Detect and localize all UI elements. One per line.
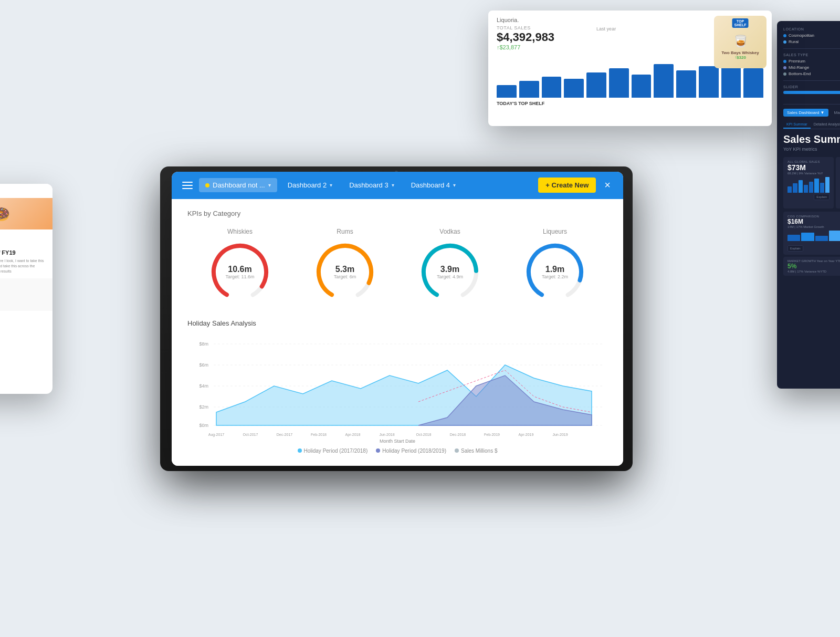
marketing-web-tab[interactable]: Marketing & Web ▼ — [831, 109, 840, 117]
gauge-target-2: Target: 4.9m — [437, 274, 463, 279]
gauge-value-1: 5.3m — [334, 264, 356, 274]
kpi-cards-row: ALL GLOBAL SALES $73M 68.2M | 9% Varianc… — [783, 157, 840, 208]
svg-text:Feb-2018: Feb-2018 — [311, 433, 327, 436]
social-image: 🍩 — [0, 198, 52, 229]
svg-text:$0m: $0m — [199, 423, 208, 428]
gauge-3: 1.9m Target: 2.2m — [523, 241, 586, 304]
slider-label: SLIDER — [783, 85, 840, 89]
location-label: LOCATION — [783, 27, 840, 31]
social-title: I look back at half FY19 — [0, 249, 48, 256]
legend-dot-1 — [298, 448, 302, 453]
social-body: #back on ▲36 • 🔥 99 I look back at half … — [0, 229, 52, 278]
slider[interactable] — [783, 91, 840, 94]
main-laptop-screen: Dashboard not ... ▾ Dashboard 2 ▾ Dashbo… — [172, 172, 623, 466]
sales-change: ↑$23,877 — [497, 44, 554, 50]
gauge-target-3: Target: 2.2m — [542, 274, 568, 279]
svg-text:Dec-2018: Dec-2018 — [450, 433, 466, 436]
svg-text:Feb-2019: Feb-2019 — [484, 433, 500, 436]
sales-bottomend: Bottom-End $121,864.09 — [783, 71, 840, 76]
chart-legend: Holiday Period (2017/2018) Holiday Perio… — [187, 448, 607, 454]
sales-midrange: Mid-Range $65,772.23 — [783, 65, 840, 70]
today-label: TODAY'S TOP SHELF — [497, 101, 763, 106]
tab-dashboard-2[interactable]: Dashboard 2 ▾ — [281, 178, 339, 192]
social-feed-card: ← back on ★ 💬↗ 🍩 #back on ▲36 • 🔥 99 I l… — [0, 184, 52, 394]
chart-title: Holiday Sales Analysis — [187, 319, 607, 327]
kpi-global-sales: ALL GLOBAL SALES $73M 68.2M | 9% Varianc… — [783, 157, 834, 208]
sales-premium: Premium $187,321 ↑$23,879 — [783, 59, 840, 64]
product-change: ↑$320 — [721, 55, 759, 60]
svg-text:Apr-2018: Apr-2018 — [345, 433, 361, 437]
gauge-value-0: 10.6m — [225, 264, 254, 274]
gauge-0: 10.6m Target: 11.6m — [208, 241, 271, 304]
whiskey-product: TOP SHELF 🥃 Two Bays Whiskey ↑$320 — [714, 16, 766, 68]
svg-text:$4m: $4m — [199, 383, 208, 389]
create-new-button[interactable]: + Create New — [538, 177, 596, 193]
svg-text:Aug-2017: Aug-2017 — [208, 433, 224, 437]
kpi-summary-tab[interactable]: KPI Summar — [783, 121, 811, 129]
kpi-name-1: Rums — [337, 228, 353, 235]
kpi-name-0: Whiskies — [227, 228, 253, 235]
kpi-item-liqueurs: Liqueurs 1.9m Target: 2.2m — [523, 228, 586, 304]
tab2-label: Dashboard 2 — [288, 181, 327, 189]
svg-text:Dec-2017: Dec-2017 — [277, 433, 292, 436]
legend-dot-2 — [376, 448, 380, 453]
cog-comparison: COG COMPARISON $16M 14M | 17% Market Gro… — [783, 212, 840, 255]
svg-text:Oct-2017: Oct-2017 — [243, 433, 258, 436]
whiskey-badge: TOP SHELF — [732, 18, 749, 28]
sales-type-label: SALES TYPE — [783, 53, 840, 57]
kpi-section-title: KPIs by Category — [187, 210, 607, 217]
tab-dashboard-4[interactable]: Dashboard 4 ▾ — [405, 178, 462, 192]
cog-chart — [788, 231, 840, 241]
dark-tabs: Sales Dashboard ▼ Marketing & Web ▼ — [783, 109, 840, 117]
explain-btn-1[interactable]: Explain — [814, 194, 830, 200]
sales-summary-title: Sales Summary — [783, 133, 840, 145]
tab-dot — [205, 183, 209, 187]
kpi-sales-indicator: ALL SALES INDICATOR $48M 51.3M | 13.5% V… — [836, 157, 840, 208]
kpi-name-3: Liqueurs — [543, 228, 567, 235]
svg-text:$2m: $2m — [199, 404, 208, 410]
close-button[interactable]: × — [600, 177, 615, 193]
legend-item-2: Holiday Period (2018/2019) — [376, 448, 446, 454]
gauge-2: 3.9m Target: 4.9m — [418, 241, 481, 304]
tab2-chevron: ▾ — [330, 182, 332, 188]
social-text: What a year it has been. Before I look, … — [0, 258, 48, 274]
tab-dashboard-not[interactable]: Dashboard not ... ▾ — [199, 178, 277, 192]
sales-amount: $4,392,983 — [497, 30, 554, 44]
sales-dashboard-tab[interactable]: Sales Dashboard ▼ — [783, 109, 828, 117]
hamburger-menu[interactable] — [180, 180, 195, 191]
legend-label-3: Sales Millions $ — [461, 448, 497, 454]
explain-btn-4[interactable]: Explain — [788, 245, 803, 252]
svg-text:$8m: $8m — [199, 341, 208, 347]
tab4-chevron: ▾ — [453, 182, 456, 188]
kpi-item-vodkas: Vodkas 3.9m Target: 4.9m — [418, 228, 481, 304]
location-rural: Rural $78,772 -$12 — [783, 39, 840, 44]
last-year-label: Last year — [596, 26, 616, 32]
svg-text:Jun-2019: Jun-2019 — [552, 433, 568, 436]
social-chart — [0, 278, 52, 311]
svg-text:Apr-2019: Apr-2019 — [519, 433, 534, 437]
main-content: KPIs by Category Whiskies 10.6m Target: … — [172, 199, 623, 466]
gauge-center-1: 5.3m Target: 6m — [334, 264, 356, 279]
detailed-analysis-tab[interactable]: Detailed Analysis — [811, 121, 840, 129]
legend-item-3: Sales Millions $ — [455, 448, 497, 454]
social-tags: #back on — [0, 234, 48, 237]
location-cosmopolitan: Cosmopolitan $234,957 ↑$23,877 — [783, 33, 840, 38]
legend-dot-3 — [455, 448, 459, 453]
sales-bar-card: Liquoria. TOTAL SALES $4,392,983 ↑$23,87… — [488, 11, 772, 126]
legend-item-1: Holiday Period (2017/2018) — [298, 448, 368, 454]
area-chart-svg: $8m $6m $4m $2m $0m Aug-2017 Oct-2017 De… — [187, 333, 607, 438]
chart-section: Holiday Sales Analysis $8m $6m $4m $2m $… — [187, 319, 607, 454]
gauge-target-0: Target: 11.6m — [225, 274, 254, 279]
gauge-value-3: 1.9m — [542, 264, 568, 274]
tab-dashboard-3[interactable]: Dashboard 3 ▾ — [343, 178, 400, 192]
legend-label-2: Holiday Period (2018/2019) — [382, 448, 446, 454]
gauge-target-1: Target: 6m — [334, 274, 356, 279]
stat-row: MARKET GROWTH Year on Year YTD 5% 4.8M |… — [783, 257, 840, 276]
tab3-label: Dashboard 3 — [349, 181, 388, 189]
tab4-label: Dashboard 4 — [411, 181, 450, 189]
svg-text:$6m: $6m — [199, 362, 208, 368]
social-author: ▲36 • 🔥 99 — [0, 239, 48, 247]
dark-dashboard-card: LOCATION Cosmopolitan $234,957 ↑$23,877 … — [777, 21, 840, 389]
social-header: ← back on ★ 💬↗ — [0, 184, 52, 198]
total-sales-label: TOTAL SALES — [497, 25, 554, 30]
